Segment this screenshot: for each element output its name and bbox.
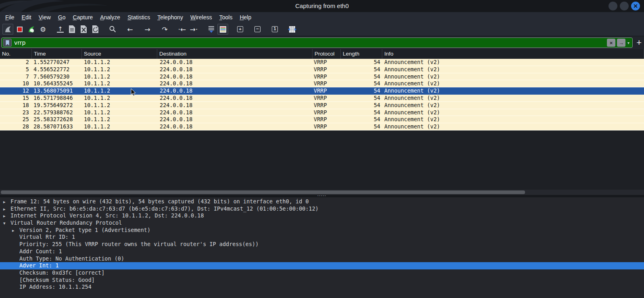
- detail-line-4[interactable]: ▸Version 2, Packet type 1 (Advertisement…: [0, 227, 644, 234]
- cell-no: 18: [0, 102, 32, 109]
- pane-splitter-handle[interactable]: •••••: [0, 195, 644, 197]
- column-header-source[interactable]: Source: [82, 49, 157, 59]
- column-header-destination[interactable]: Destination: [157, 49, 313, 59]
- menu-tools[interactable]: Tools: [216, 12, 236, 23]
- filter-dropdown-caret[interactable]: ▾: [627, 41, 629, 45]
- zoom-in-button[interactable]: +: [235, 24, 246, 35]
- cell-destination: 224.0.0.18: [157, 80, 313, 87]
- detail-line-1[interactable]: ▸Ethernet II, Src: b6:e5:da:c7:63:d7 (b6…: [0, 205, 644, 213]
- close-button[interactable]: ✕: [631, 2, 640, 10]
- display-filter-input[interactable]: [14, 39, 605, 46]
- column-header-time[interactable]: Time: [32, 49, 82, 59]
- restart-capture-button[interactable]: [26, 24, 37, 35]
- packet-row-7[interactable]: 77.56057923010.1.1.2224.0.0.18VRRP54Anno…: [0, 73, 644, 81]
- open-file-button[interactable]: ↑: [55, 24, 66, 35]
- detail-text: Frame 12: 54 bytes on wire (432 bits), 5…: [10, 198, 309, 205]
- packet-row-2[interactable]: 21.55277024710.1.1.2224.0.0.18VRRP54Anno…: [0, 59, 644, 66]
- detail-line-2[interactable]: ▸Internet Protocol Version 4, Src: 10.1.…: [0, 212, 644, 219]
- cell-source: 10.1.1.2: [82, 116, 157, 123]
- packet-row-28[interactable]: 2828.58707163310.1.1.2224.0.0.18VRRP54An…: [0, 123, 644, 130]
- cell-source: 10.1.1.2: [82, 95, 157, 101]
- menu-help[interactable]: Help: [236, 12, 255, 23]
- save-file-button[interactable]: [67, 24, 77, 35]
- detail-line-6[interactable]: Priority: 255 (This VRRP router owns the…: [0, 241, 644, 248]
- menu-analyze[interactable]: Analyze: [96, 12, 124, 23]
- display-filter-field[interactable]: × → ▾: [1, 37, 633, 48]
- packet-details-pane: ▸Frame 12: 54 bytes on wire (432 bits), …: [0, 197, 644, 298]
- packet-row-25[interactable]: 2525.58327262810.1.1.2224.0.0.18VRRP54An…: [0, 116, 644, 123]
- cell-time: 28.587071633: [32, 123, 82, 130]
- shark-fin-icon: [4, 25, 12, 33]
- detail-line-3[interactable]: ▾Virtual Router Redundancy Protocol: [0, 219, 644, 227]
- expanded-arrow-icon[interactable]: ▾: [3, 220, 10, 227]
- auto-scroll-icon: [207, 25, 215, 33]
- column-header-info[interactable]: Info: [382, 49, 644, 59]
- detail-line-5[interactable]: Virtual Rtr ID: 1: [0, 234, 644, 241]
- menu-wireless[interactable]: Wireless: [187, 12, 216, 23]
- cell-length: 54: [341, 87, 382, 94]
- search-icon: [109, 25, 117, 33]
- collapsed-arrow-icon[interactable]: ▸: [3, 206, 10, 213]
- go-to-packet-button[interactable]: ↷: [159, 24, 170, 35]
- filter-bookmark-button[interactable]: [3, 39, 12, 47]
- column-header-no[interactable]: No.: [0, 49, 32, 59]
- detail-line-10[interactable]: Checksum: 0xd3fc [correct]: [0, 269, 644, 277]
- go-forward-button[interactable]: →: [142, 24, 153, 35]
- capture-options-button[interactable]: ⚙: [38, 24, 48, 35]
- filter-bar: × → ▾ +: [0, 36, 644, 49]
- filter-add-button[interactable]: +: [636, 37, 642, 48]
- cell-source: 10.1.1.2: [82, 66, 157, 73]
- close-file-button[interactable]: [78, 24, 89, 35]
- resize-columns-button[interactable]: [287, 24, 298, 35]
- filter-clear-button[interactable]: ×: [607, 39, 615, 47]
- start-capture-button[interactable]: [2, 24, 13, 35]
- menu-file[interactable]: File: [2, 12, 18, 23]
- cell-length: 54: [341, 102, 382, 109]
- stop-capture-button[interactable]: [14, 24, 25, 35]
- collapsed-arrow-icon[interactable]: ▸: [3, 199, 10, 206]
- packet-row-5[interactable]: 54.55652277210.1.1.2224.0.0.18VRRP54Anno…: [0, 66, 644, 73]
- menu-go[interactable]: Go: [54, 12, 69, 23]
- collapsed-arrow-icon[interactable]: ▸: [3, 213, 10, 220]
- horizontal-scrollbar-thumb[interactable]: [1, 190, 525, 194]
- zoom-original-button[interactable]: 1: [269, 24, 280, 35]
- menu-bar: FileEditViewGoCaptureAnalyzeStatisticsTe…: [0, 12, 644, 23]
- detail-line-8[interactable]: Auth Type: No Authentication (0): [0, 255, 644, 263]
- go-first-packet-button[interactable]: ·←: [177, 24, 188, 35]
- detail-line-9[interactable]: Adver Int: 1: [0, 262, 644, 269]
- detail-line-7[interactable]: Addr Count: 1: [0, 248, 644, 255]
- packet-row-15[interactable]: 1516.57179884610.1.1.2224.0.0.18VRRP54An…: [0, 95, 644, 102]
- detail-text: Adver Int: 1: [19, 262, 59, 269]
- menu-statistics[interactable]: Statistics: [124, 12, 154, 23]
- cell-destination: 224.0.0.18: [157, 66, 313, 73]
- menu-capture[interactable]: Capture: [69, 12, 97, 23]
- reload-file-button[interactable]: [90, 24, 101, 35]
- filter-apply-button[interactable]: →: [617, 39, 625, 47]
- column-header-length[interactable]: Length: [341, 49, 382, 59]
- minimize-button[interactable]: [609, 2, 617, 10]
- find-packet-button[interactable]: [107, 24, 118, 35]
- zoom-out-button[interactable]: −: [252, 24, 263, 35]
- go-last-packet-button[interactable]: →·: [188, 24, 199, 35]
- packet-row-18[interactable]: 1819.57564927210.1.1.2224.0.0.18VRRP54An…: [0, 102, 644, 109]
- go-back-button[interactable]: ←: [125, 24, 135, 35]
- menu-edit[interactable]: Edit: [18, 12, 35, 23]
- cell-info: Announcement (v2): [382, 123, 644, 130]
- menu-telephony[interactable]: Telephony: [154, 12, 187, 23]
- maximize-button[interactable]: [620, 2, 629, 10]
- cell-protocol: VRRP: [313, 59, 341, 66]
- menu-view[interactable]: View: [35, 12, 54, 23]
- detail-line-11[interactable]: [Checksum Status: Good]: [0, 277, 644, 284]
- column-header-protocol[interactable]: Protocol: [313, 49, 341, 59]
- collapsed-arrow-icon[interactable]: ▸: [12, 227, 19, 234]
- detail-line-12[interactable]: IP Address: 10.1.1.254: [0, 284, 644, 291]
- detail-line-0[interactable]: ▸Frame 12: 54 bytes on wire (432 bits), …: [0, 198, 644, 205]
- cell-no: 10: [0, 80, 32, 87]
- cell-time: 1.552770247: [32, 59, 82, 66]
- auto-scroll-button[interactable]: [206, 24, 217, 35]
- packet-list: 21.55277024710.1.1.2224.0.0.18VRRP54Anno…: [0, 59, 644, 190]
- packet-row-12[interactable]: 1213.56807509110.1.1.2224.0.0.18VRRP54An…: [0, 87, 644, 95]
- packet-row-23[interactable]: 2322.57938876210.1.1.2224.0.0.18VRRP54An…: [0, 109, 644, 116]
- colorize-button[interactable]: [217, 24, 228, 35]
- packet-row-10[interactable]: 1010.56435524510.1.1.2224.0.0.18VRRP54An…: [0, 80, 644, 87]
